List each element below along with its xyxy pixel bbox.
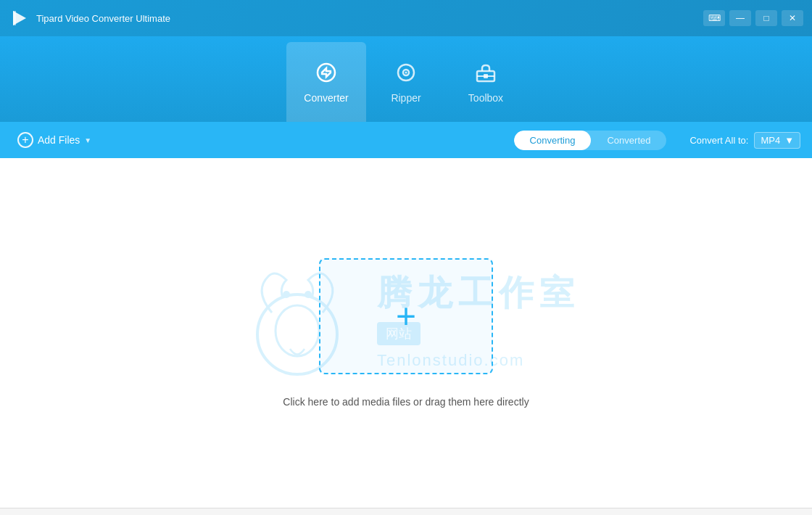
ripper-icon	[394, 61, 418, 88]
message-button[interactable]: ⌨	[703, 10, 725, 26]
nav-item-converter[interactable]: Converter	[286, 42, 366, 122]
titlebar: Tipard Video Converter Ultimate ⌨ — □ ✕	[0, 0, 812, 36]
converter-label: Converter	[304, 92, 348, 104]
svg-point-12	[304, 291, 312, 298]
format-value: MP4	[761, 135, 780, 146]
add-files-button[interactable]: + Add Files ▼	[12, 129, 97, 151]
nav-item-ripper[interactable]: Ripper	[366, 42, 446, 122]
drop-hint-text: Click here to add media files or drag th…	[283, 396, 529, 408]
add-files-plus-icon: +	[17, 132, 33, 148]
convert-all-to-group: Convert All to: MP4 ▼	[689, 132, 800, 149]
navbar: Converter Ripper Toolbox	[0, 36, 812, 122]
toolbar: + Add Files ▼ Converting Converted Conve…	[0, 122, 812, 158]
ripper-label: Ripper	[391, 92, 420, 104]
minimize-button[interactable]: —	[729, 10, 751, 26]
svg-point-5	[405, 71, 407, 73]
app-title: Tipard Video Converter Ultimate	[36, 13, 696, 24]
svg-point-11	[283, 291, 290, 298]
toolbox-label: Toolbox	[468, 92, 503, 104]
format-chevron-icon: ▼	[784, 135, 794, 146]
converter-icon	[315, 61, 338, 88]
close-button[interactable]: ✕	[782, 10, 803, 26]
footer: Save to: ▼ ▼ Merge into one file Convert…	[0, 508, 812, 515]
tab-group: Converting Converted	[514, 131, 667, 150]
maximize-button[interactable]: □	[755, 10, 777, 26]
window-controls: ⌨ — □ ✕	[703, 10, 803, 26]
tab-converted[interactable]: Converted	[591, 131, 666, 150]
toolbox-icon	[474, 61, 497, 88]
main-content: 腾龙工作室 网站 Tenlonstudio.com + Click here t…	[0, 158, 812, 508]
drop-zone-plus-icon: +	[396, 299, 416, 334]
svg-point-2	[318, 64, 335, 81]
tab-converting[interactable]: Converting	[514, 131, 592, 150]
svg-rect-8	[484, 74, 488, 78]
nav-item-toolbox[interactable]: Toolbox	[446, 42, 526, 122]
app-logo	[9, 8, 29, 28]
format-select[interactable]: MP4 ▼	[754, 132, 800, 149]
drop-zone[interactable]: +	[319, 258, 493, 374]
svg-point-10	[276, 305, 319, 356]
add-files-dropdown-icon: ▼	[84, 136, 91, 144]
convert-all-to-label: Convert All to:	[689, 135, 748, 146]
add-files-label: Add Files	[38, 134, 80, 146]
svg-marker-1	[13, 11, 16, 25]
